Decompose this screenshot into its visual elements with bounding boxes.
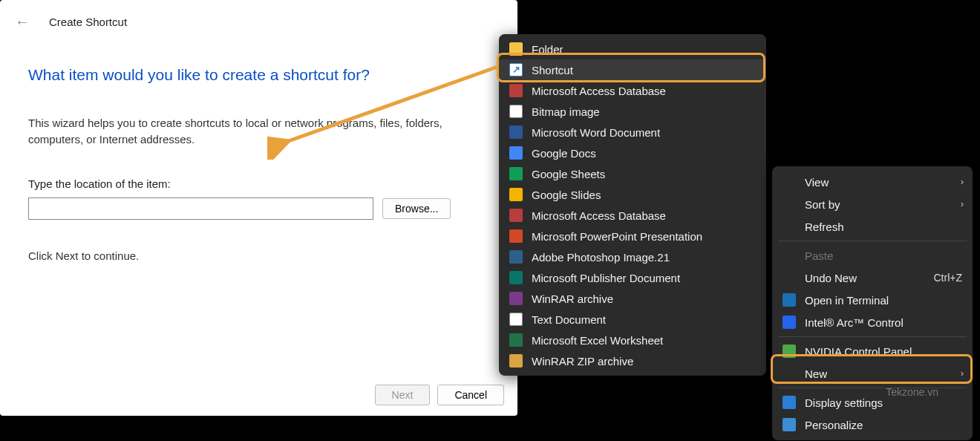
access-icon <box>509 209 523 222</box>
psd-icon <box>509 250 523 264</box>
rar-icon <box>509 292 523 305</box>
create-shortcut-dialog: ← Create Shortcut What item would you li… <box>0 0 517 416</box>
ppt-icon <box>509 229 523 243</box>
submenu-item-label: Microsoft Access Database <box>532 85 666 97</box>
submenu-item-bitmap[interactable]: Bitmap image <box>499 101 766 122</box>
location-row: Browse... <box>28 197 489 220</box>
submenu-item-label: Microsoft Access Database <box>532 209 666 222</box>
ctx-intel-label: Intel® Arc™ Control <box>805 316 904 329</box>
separator <box>778 241 967 241</box>
gslides-icon <box>509 188 523 201</box>
nvidia-icon <box>783 344 796 358</box>
ctx-display-settings[interactable]: Display settings <box>772 391 973 414</box>
new-submenu: Folder↗ShortcutMicrosoft Access Database… <box>499 34 766 376</box>
submenu-item-label: Microsoft PowerPoint Presentation <box>532 230 702 243</box>
submenu-item-xls[interactable]: Microsoft Excel Worksheet <box>499 330 766 350</box>
zip-icon <box>509 354 523 368</box>
ctx-paste: Paste <box>772 244 973 267</box>
ctx-new[interactable]: New › <box>772 362 973 385</box>
separator <box>778 336 967 337</box>
ctx-display-label: Display settings <box>805 396 883 409</box>
gdocs-icon <box>509 146 523 160</box>
submenu-item-label: Google Sheets <box>532 168 605 180</box>
submenu-item-label: Google Slides <box>532 189 601 201</box>
ctx-intel-arc[interactable]: Intel® Arc™ Control <box>772 311 973 333</box>
ctx-view-label: View <box>805 176 829 189</box>
dialog-description: This wizard helps you to create shortcut… <box>28 115 451 148</box>
terminal-icon <box>783 293 796 307</box>
submenu-item-label: WinRAR ZIP archive <box>532 355 633 368</box>
continue-text: Click Next to continue. <box>28 249 489 262</box>
ctx-open-terminal[interactable]: Open in Terminal <box>772 289 973 311</box>
ctx-nvidia-label: NVIDIA Control Panel <box>805 345 912 358</box>
submenu-item-ppt[interactable]: Microsoft PowerPoint Presentation <box>499 226 766 246</box>
submenu-item-label: Adobe Photoshop Image.21 <box>532 251 670 264</box>
location-label: Type the location of the item: <box>28 177 489 190</box>
submenu-item-gdocs[interactable]: Google Docs <box>499 143 766 163</box>
bitmap-icon <box>509 105 523 118</box>
txt-icon <box>509 313 523 326</box>
submenu-item-word[interactable]: Microsoft Word Document <box>499 122 766 143</box>
submenu-item-access[interactable]: Microsoft Access Database <box>499 205 766 226</box>
dialog-heading: What item would you like to create a sho… <box>28 66 489 84</box>
submenu-item-pub[interactable]: Microsoft Publisher Document <box>499 267 766 288</box>
submenu-item-label: Google Docs <box>532 147 596 160</box>
submenu-item-rar[interactable]: WinRAR archive <box>499 288 766 309</box>
ctx-sort-label: Sort by <box>805 198 840 211</box>
ctx-undo-label: Undo New <box>805 272 857 284</box>
submenu-item-txt[interactable]: Text Document <box>499 309 766 330</box>
submenu-item-gslides[interactable]: Google Slides <box>499 184 766 205</box>
ctx-undo[interactable]: Undo New Ctrl+Z <box>772 267 973 289</box>
ctx-nvidia[interactable]: NVIDIA Control Panel <box>772 340 973 362</box>
chevron-right-icon: › <box>961 368 964 379</box>
ctx-undo-accel: Ctrl+Z <box>934 272 963 284</box>
submenu-item-label: Microsoft Publisher Document <box>532 272 680 284</box>
submenu-item-access[interactable]: Microsoft Access Database <box>499 80 766 101</box>
ctx-new-label: New <box>805 368 827 380</box>
folder-icon <box>509 42 523 56</box>
display-icon <box>783 396 796 409</box>
location-input[interactable] <box>28 197 373 220</box>
submenu-item-label: Microsoft Excel Worksheet <box>532 334 663 347</box>
submenu-item-label: Microsoft Word Document <box>532 126 660 139</box>
xls-icon <box>509 333 523 347</box>
intel-icon <box>783 316 796 329</box>
submenu-item-zip[interactable]: WinRAR ZIP archive <box>499 350 766 371</box>
ctx-refresh[interactable]: Refresh <box>772 215 973 238</box>
ctx-sort-by[interactable]: Sort by › <box>772 193 973 215</box>
ctx-paste-label: Paste <box>805 249 833 262</box>
ctx-view[interactable]: View › <box>772 171 973 193</box>
submenu-item-label: Shortcut <box>532 64 573 76</box>
access-icon <box>509 84 523 97</box>
shortcut-icon: ↗ <box>509 63 523 76</box>
dialog-body: What item would you like to create a sho… <box>0 66 517 262</box>
next-button[interactable]: Next <box>375 385 431 405</box>
ctx-terminal-label: Open in Terminal <box>805 294 889 307</box>
submenu-item-gsheets[interactable]: Google Sheets <box>499 163 766 184</box>
dialog-footer: Next Cancel <box>375 385 504 405</box>
browse-button[interactable]: Browse... <box>382 198 451 219</box>
dialog-header: ← Create Shortcut <box>0 0 517 38</box>
word-icon <box>509 125 523 139</box>
chevron-right-icon: › <box>961 199 964 209</box>
separator <box>778 388 967 388</box>
submenu-item-shortcut[interactable]: ↗Shortcut <box>499 59 766 80</box>
ctx-personalize-label: Personalize <box>805 419 863 431</box>
submenu-item-label: Folder <box>532 43 564 56</box>
submenu-item-psd[interactable]: Adobe Photoshop Image.21 <box>499 246 766 267</box>
gsheets-icon <box>509 167 523 180</box>
ctx-personalize[interactable]: Personalize <box>772 414 973 436</box>
pub-icon <box>509 271 523 284</box>
desktop-context-menu: View › Sort by › Refresh Paste Undo New … <box>772 166 973 440</box>
personalize-icon <box>783 418 796 431</box>
back-arrow-icon[interactable]: ← <box>15 13 30 30</box>
submenu-item-folder[interactable]: Folder <box>499 39 766 59</box>
dialog-title: Create Shortcut <box>49 16 127 28</box>
ctx-refresh-label: Refresh <box>805 220 844 233</box>
submenu-item-label: Text Document <box>532 313 606 326</box>
cancel-button[interactable]: Cancel <box>437 385 504 405</box>
chevron-right-icon: › <box>961 177 964 187</box>
submenu-item-label: WinRAR archive <box>532 293 613 305</box>
submenu-item-label: Bitmap image <box>532 105 600 118</box>
